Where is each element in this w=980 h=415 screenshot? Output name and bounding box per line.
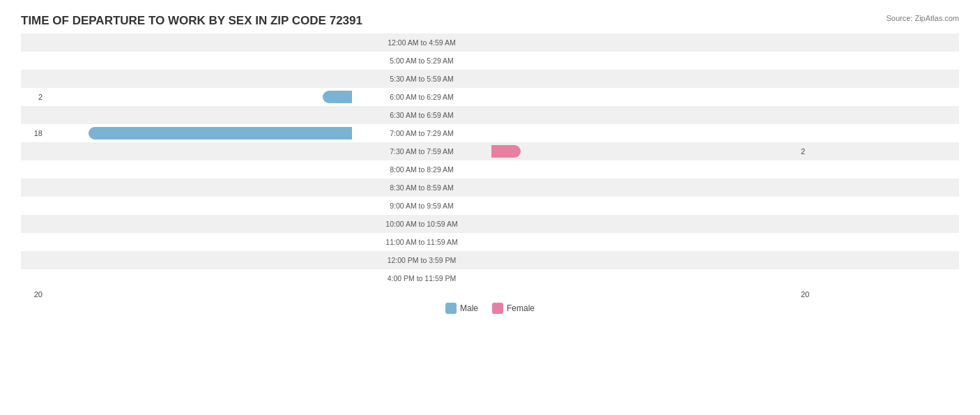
legend-male: Male: [445, 303, 478, 314]
female-bar-wrap: [491, 54, 798, 67]
male-value-label: 2: [21, 93, 45, 101]
male-bar-wrap: [45, 109, 352, 121]
female-bar-wrap: [491, 91, 798, 103]
time-label: 4:00 PM to 11:59 PM: [352, 274, 491, 282]
table-row: 2 6:00 AM to 6:29 AM: [21, 88, 959, 106]
time-label: 11:00 AM to 11:59 AM: [352, 238, 491, 246]
male-bar-wrap: [45, 181, 352, 194]
chart-container: TIME OF DEPARTURE TO WORK BY SEX IN ZIP …: [0, 0, 980, 415]
table-row: 8:00 AM to 8:29 AM: [21, 160, 959, 179]
male-bar-wrap: [45, 254, 352, 266]
time-label: 5:00 AM to 5:29 AM: [352, 56, 491, 65]
table-row: 10:00 AM to 10:59 AM: [21, 215, 959, 233]
table-row: 5:30 AM to 5:59 AM: [21, 70, 959, 88]
male-bar-wrap: [45, 199, 352, 212]
table-row: 7:30 AM to 7:59 AM 2: [21, 142, 959, 160]
time-label: 8:30 AM to 8:59 AM: [352, 183, 491, 192]
female-bar-wrap: [491, 272, 798, 285]
table-row: 6:30 AM to 6:59 AM: [21, 106, 959, 124]
female-bar-wrap: [491, 199, 798, 212]
legend-female: Female: [492, 303, 535, 314]
table-row: 8:30 AM to 8:59 AM: [21, 179, 959, 197]
female-bar-wrap: [491, 181, 798, 194]
time-label: 6:30 AM to 6:59 AM: [352, 111, 491, 119]
male-bar-wrap: [45, 91, 352, 103]
male-bar-wrap: [45, 54, 352, 67]
female-bar-wrap: [491, 236, 798, 248]
time-label: 5:30 AM to 5:59 AM: [352, 75, 491, 83]
male-bar: [323, 91, 352, 103]
table-row: 5:00 AM to 5:29 AM: [21, 52, 959, 70]
axis-left-value: 20: [21, 290, 45, 299]
time-label: 8:00 AM to 8:29 AM: [352, 165, 491, 174]
male-swatch: [445, 303, 457, 314]
table-row: 12:00 AM to 4:59 AM: [21, 33, 959, 52]
female-bar-wrap: [491, 127, 798, 139]
time-label: 12:00 PM to 3:59 PM: [352, 256, 491, 264]
male-bar-wrap: [45, 145, 352, 158]
chart-title: TIME OF DEPARTURE TO WORK BY SEX IN ZIP …: [21, 14, 959, 28]
male-bar-wrap: [45, 36, 352, 49]
time-label: 10:00 AM to 10:59 AM: [352, 220, 491, 228]
male-label: Male: [460, 303, 478, 313]
male-bar-wrap: [45, 73, 352, 85]
female-bar-wrap: [491, 145, 798, 158]
axis-right-value: 20: [798, 290, 822, 299]
axis-row: 20 20: [21, 290, 959, 299]
female-bar: [491, 145, 521, 158]
female-bar-wrap: [491, 163, 798, 176]
female-bar-wrap: [491, 73, 798, 85]
table-row: 11:00 AM to 11:59 AM: [21, 233, 959, 251]
male-bar-wrap: [45, 127, 352, 139]
female-bar-wrap: [491, 36, 798, 49]
male-value-label: 18: [21, 129, 45, 137]
source-label: Source: ZipAtlas.com: [886, 14, 959, 22]
male-bar-wrap: [45, 272, 352, 285]
female-bar-wrap: [491, 218, 798, 230]
time-label: 6:00 AM to 6:29 AM: [352, 93, 491, 101]
female-value-label: 2: [798, 147, 822, 156]
female-bar-wrap: [491, 109, 798, 121]
legend: Male Female: [21, 303, 959, 314]
table-row: 9:00 AM to 9:59 AM: [21, 197, 959, 215]
time-label: 7:30 AM to 7:59 AM: [352, 147, 491, 156]
male-bar-wrap: [45, 218, 352, 230]
male-bar-wrap: [45, 236, 352, 248]
time-label: 9:00 AM to 9:59 AM: [352, 202, 491, 210]
table-row: 4:00 PM to 11:59 PM: [21, 269, 959, 287]
male-bar-wrap: [45, 163, 352, 176]
female-label: Female: [507, 303, 535, 313]
table-row: 18 7:00 AM to 7:29 AM: [21, 124, 959, 142]
time-label: 7:00 AM to 7:29 AM: [352, 129, 491, 137]
female-bar-wrap: [491, 254, 798, 266]
table-row: 12:00 PM to 3:59 PM: [21, 251, 959, 269]
chart-rows: 12:00 AM to 4:59 AM 5:00 AM to 5:29 AM 5…: [21, 33, 959, 287]
time-label: 12:00 AM to 4:59 AM: [352, 38, 491, 47]
male-bar: [89, 127, 352, 139]
female-swatch: [492, 303, 503, 314]
